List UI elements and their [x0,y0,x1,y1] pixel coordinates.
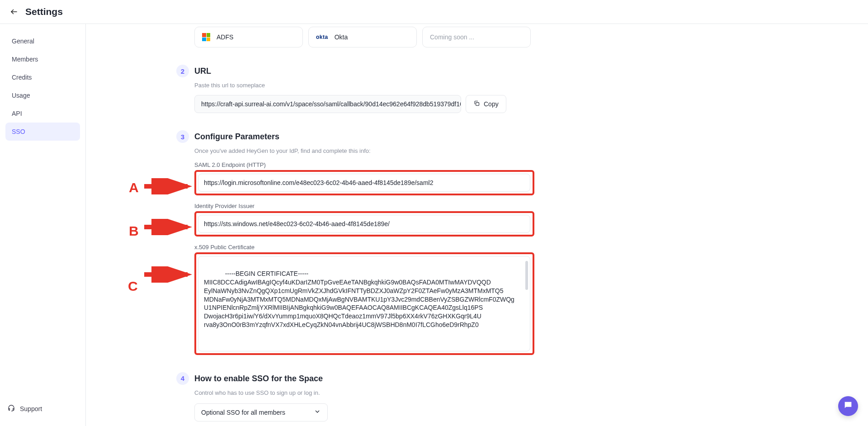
provider-label: ADFS [217,33,233,41]
copy-button[interactable]: Copy [466,95,506,113]
annotation-arrow-c [142,266,192,283]
headset-icon [7,404,15,413]
certificate-textarea[interactable]: -----BEGIN CERTIFICATE----- MIIC8DCCAdig… [198,256,530,351]
step-number: 2 [176,65,189,77]
sidebar-item-label: API [12,110,22,117]
sidebar: General Members Credits Usage API SSO Su… [0,24,86,426]
callback-url-field[interactable]: https://craft-api.surreal-ai.com/v1/spac… [194,95,461,113]
copy-icon [473,100,480,108]
provider-card-okta[interactable]: okta Okta [308,27,417,47]
annotation-letter-b: B [129,223,139,239]
sidebar-item-label: Credits [12,74,32,81]
provider-label: Coming soon ... [430,33,474,41]
issuer-input[interactable]: https://sts.windows.net/e48ec023-6c02-4b… [198,215,530,233]
annotation-arrow-a [142,178,192,194]
sidebar-item-label: SSO [12,128,25,135]
sidebar-item-label: Members [12,56,38,63]
help-text: Once you've added HeyGen to your IdP, fi… [194,147,687,154]
sidebar-item-credits[interactable]: Credits [5,68,80,86]
chat-icon [843,400,853,412]
provider-label: Okta [335,33,348,41]
chat-widget-button[interactable] [838,396,858,416]
help-text: Paste this url to someplace [194,82,687,89]
help-text: Control who has to use SSO to sign up or… [194,389,687,396]
back-icon[interactable] [9,7,19,17]
support-link[interactable]: Support [5,399,80,418]
sidebar-item-members[interactable]: Members [5,50,80,68]
main: ADFS okta Okta Coming soon ... 2 URL Pas… [86,24,868,426]
step-title: URL [194,65,211,77]
copy-label: Copy [484,100,499,108]
field-label-cert: x.509 Public Certificate [194,244,687,251]
field-label-issuer: Identity Provider Issuer [194,203,687,209]
annotation-box-b: https://sts.windows.net/e48ec023-6c02-4b… [194,211,534,237]
sso-mode-select[interactable]: Optional SSO for all members [194,403,328,421]
support-label: Support [20,405,42,412]
annotation-letter-a: A [129,180,139,195]
annotation-box-a: https://login.microsoftonline.com/e48ec0… [194,170,534,195]
field-label-saml: SAML 2.0 Endpoint (HTTP) [194,161,687,168]
step-number: 4 [176,372,189,385]
step-title: How to enable SSO for the Space [194,372,323,385]
saml-endpoint-input[interactable]: https://login.microsoftonline.com/e48ec0… [198,174,530,192]
step-title: Configure Parameters [194,130,279,143]
scrollbar[interactable] [525,261,528,290]
chevron-down-icon [314,408,321,417]
sidebar-item-general[interactable]: General [5,32,80,50]
sidebar-item-usage[interactable]: Usage [5,86,80,104]
adfs-icon [202,33,210,41]
header: Settings [0,0,868,24]
provider-card-coming-soon: Coming soon ... [422,27,531,47]
annotation-box-c: -----BEGIN CERTIFICATE----- MIIC8DCCAdig… [194,252,534,355]
sidebar-item-label: Usage [12,92,30,99]
sidebar-item-api[interactable]: API [5,104,80,123]
sidebar-item-label: General [12,38,34,45]
select-value: Optional SSO for all members [201,409,285,416]
annotation-letter-c: C [128,279,138,294]
step-number: 3 [176,130,189,143]
annotation-arrow-b [142,219,192,235]
sidebar-item-sso[interactable]: SSO [5,123,80,141]
provider-card-adfs[interactable]: ADFS [194,27,303,47]
okta-icon: okta [316,34,328,40]
svg-rect-1 [476,103,479,106]
layout: General Members Credits Usage API SSO Su… [0,24,868,426]
page-title: Settings [25,6,63,17]
